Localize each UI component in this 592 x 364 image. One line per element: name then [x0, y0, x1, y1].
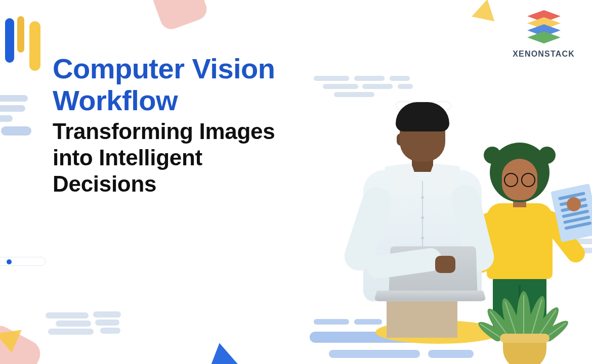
decor-bar-yellow	[29, 21, 40, 71]
decor-pink-rect-top	[150, 0, 209, 32]
subtitle-line: into Intelligent	[53, 145, 202, 170]
decor-capsule	[100, 328, 120, 334]
decor-capsule	[48, 329, 94, 335]
decor-triangle-bottom-left	[0, 330, 25, 355]
svg-marker-3	[527, 31, 561, 43]
hero-headline: Computer Vision Workflow Transforming Im…	[53, 53, 336, 197]
glasses-icon	[504, 173, 535, 182]
decor-capsule	[390, 76, 410, 81]
decor-capsule	[95, 320, 119, 326]
decor-capsule	[46, 312, 89, 318]
decor-triangle-top	[472, 0, 498, 21]
brand-name: XENONSTACK	[513, 50, 575, 59]
person-photo-man	[340, 105, 497, 343]
brand-logo: XENONSTACK	[513, 10, 575, 59]
decor-bar-blue	[5, 18, 14, 63]
potted-plant-icon	[481, 274, 567, 364]
hero-subtitle: Transforming Images into Intelligent Dec…	[53, 118, 336, 197]
decor-capsule	[354, 76, 385, 81]
subtitle-line: Decisions	[53, 171, 156, 196]
decor-pill-dot	[0, 257, 46, 266]
decor-triangle-bottom	[204, 340, 239, 364]
decor-capsule	[0, 105, 25, 112]
hero-title: Computer Vision Workflow	[53, 53, 336, 116]
decor-bar-lightyellow	[17, 16, 24, 53]
hero-illustration	[325, 84, 573, 364]
subtitle-line: Transforming Images	[53, 119, 275, 144]
decor-capsule	[1, 126, 31, 135]
title-line: Workflow	[53, 84, 178, 116]
decor-capsule	[93, 311, 121, 317]
title-line: Computer Vision	[53, 53, 275, 84]
decor-capsule	[56, 321, 91, 327]
decor-capsule	[0, 95, 28, 102]
decor-capsule	[0, 115, 13, 122]
stack-icon	[524, 10, 564, 47]
